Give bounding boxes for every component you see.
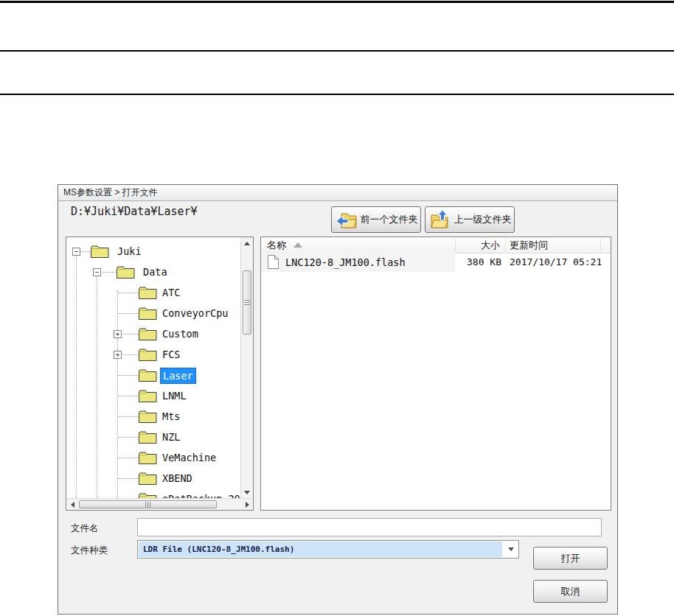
filetype-combobox[interactable]: LDR File (LNC120-8_JM100.flash)	[137, 540, 519, 559]
tree-hscroll-thumb[interactable]	[79, 500, 217, 508]
tree-vertical-scrollbar[interactable]	[240, 237, 253, 498]
folder-tree: −Juki−DataATCConveyorCpu+Custom+FCSLaser…	[66, 237, 254, 511]
filetype-label: 文件种类	[71, 545, 108, 557]
tree-item-fcs[interactable]: +FCS	[66, 344, 240, 365]
previous-folder-button[interactable]: 前一个文件夹	[331, 206, 421, 233]
column-header-name-label: 名称	[267, 239, 286, 251]
tree-item-data[interactable]: −Data	[66, 262, 240, 282]
up-folder-button[interactable]: 上一级文件夹	[425, 206, 515, 233]
tree-item-conveyorcpu[interactable]: ConveyorCpu	[66, 303, 240, 323]
folder-icon	[138, 368, 158, 383]
file-row[interactable]: LNC120-8_JM100.flash380 KB2017/10/17 05:…	[261, 253, 611, 272]
column-header-name[interactable]: 名称	[267, 237, 286, 253]
expand-icon[interactable]: +	[114, 330, 122, 338]
folder-icon	[138, 451, 158, 466]
tree-item-lnml[interactable]: LNML	[66, 385, 240, 406]
tree-item-edatbackup_20190[interactable]: eDatBackup_20190	[66, 489, 240, 498]
folder-icon	[138, 430, 158, 445]
file-icon	[267, 254, 279, 270]
tree-item-label[interactable]: VeMachine	[160, 450, 218, 465]
tree-connector-line	[117, 375, 138, 376]
file-list-header: 名称 大小 更新时间	[261, 237, 611, 253]
tree-item-label[interactable]: Laser	[160, 368, 196, 384]
horizontal-rule	[0, 94, 674, 95]
chevron-down-icon[interactable]	[504, 541, 518, 558]
folder-icon	[116, 265, 136, 280]
scroll-right-arrow-icon[interactable]	[243, 499, 251, 510]
column-header-modified[interactable]: 更新时间	[510, 237, 548, 253]
folder-icon	[138, 389, 158, 404]
file-name[interactable]: LNC120-8_JM100.flash	[285, 253, 406, 272]
filetype-value: LDR File (LNC120-8_JM100.flash)	[139, 542, 502, 557]
column-header-size[interactable]: 大小	[456, 237, 500, 253]
filename-label: 文件名	[71, 522, 99, 535]
folder-icon	[90, 245, 110, 259]
tree-item-label[interactable]: XBEND	[160, 471, 195, 486]
folder-icon	[138, 472, 158, 486]
tree-item-label[interactable]: Data	[141, 265, 170, 279]
tree-item-custom[interactable]: +Custom	[66, 323, 240, 344]
collapse-icon[interactable]: −	[72, 248, 80, 256]
open-button[interactable]: 打开	[533, 547, 608, 570]
current-path: D:¥Juki¥Data¥Laser¥	[71, 205, 336, 220]
tree-connector-line	[117, 396, 138, 396]
column-separator[interactable]	[455, 239, 456, 251]
open-file-dialog: MS参数设置 > 打开文件 D:¥Juki¥Data¥Laser¥ 前一个文件夹…	[58, 184, 618, 615]
column-separator[interactable]	[600, 239, 601, 251]
tree-item-laser[interactable]: Laser	[66, 365, 240, 385]
tree-connector-line	[117, 416, 138, 417]
folder-icon	[138, 327, 158, 342]
sort-ascending-icon	[293, 242, 302, 248]
tree-connector-line	[117, 458, 138, 458]
scroll-up-arrow-icon[interactable]	[241, 239, 253, 248]
tree-item-atc[interactable]: ATC	[66, 282, 240, 303]
tree-item-nzl[interactable]: NZL	[66, 427, 240, 447]
filename-input[interactable]	[137, 518, 602, 536]
folder-icon	[138, 286, 158, 301]
previous-folder-label: 前一个文件夹	[361, 213, 418, 226]
file-list: 名称 大小 更新时间 LNC120-8_JM100.flash380 KB201…	[260, 237, 611, 511]
tree-item-label[interactable]: Juki	[115, 244, 144, 259]
collapse-icon[interactable]: −	[93, 268, 101, 276]
tree-item-label[interactable]: Custom	[160, 326, 201, 341]
up-folder-label: 上一级文件夹	[454, 213, 512, 226]
tree-connector-line	[117, 293, 138, 293]
tree-item-juki[interactable]: −Juki	[66, 241, 240, 262]
up-folder-icon	[428, 209, 451, 230]
tree-horizontal-scrollbar[interactable]	[66, 498, 253, 510]
tree-vscroll-thumb[interactable]	[243, 270, 251, 335]
folder-tree-content: −Juki−DataATCConveyorCpu+Custom+FCSLaser…	[66, 237, 240, 498]
file-modified-time: 2017/10/17 05:21	[510, 253, 602, 272]
folder-icon	[138, 410, 158, 424]
expand-icon[interactable]: +	[114, 351, 122, 359]
tree-connector-line	[117, 437, 138, 438]
tree-item-label[interactable]: Mts	[160, 409, 182, 424]
tree-item-label[interactable]: LNML	[160, 388, 189, 403]
horizontal-rule	[0, 1, 674, 3]
horizontal-rule	[0, 50, 674, 52]
tree-item-vemachine[interactable]: VeMachine	[66, 447, 240, 468]
tree-connector-line	[117, 313, 138, 314]
tree-item-label[interactable]: NZL	[160, 430, 182, 444]
column-separator[interactable]	[505, 239, 506, 251]
dialog-title-bar: MS参数设置 > 打开文件	[58, 185, 617, 201]
cancel-button[interactable]: 取消	[533, 580, 608, 603]
tree-connector-line	[117, 478, 138, 479]
scroll-left-arrow-icon[interactable]	[68, 499, 77, 510]
tree-item-xbend[interactable]: XBEND	[66, 468, 240, 489]
dialog-title: MS参数设置 > 打开文件	[63, 186, 158, 199]
tree-item-label[interactable]: eDatBackup_20190	[160, 491, 240, 498]
tree-item-mts[interactable]: Mts	[66, 406, 240, 427]
tree-item-label[interactable]: ATC	[160, 285, 182, 300]
previous-folder-icon	[335, 209, 357, 230]
folder-icon	[138, 307, 158, 321]
tree-item-label[interactable]: FCS	[160, 347, 182, 362]
scroll-down-arrow-icon[interactable]	[241, 488, 253, 497]
folder-icon	[138, 348, 158, 363]
folder-icon	[138, 492, 158, 498]
tree-item-label[interactable]: ConveyorCpu	[160, 306, 230, 321]
file-size: 380 KB	[411, 253, 501, 272]
